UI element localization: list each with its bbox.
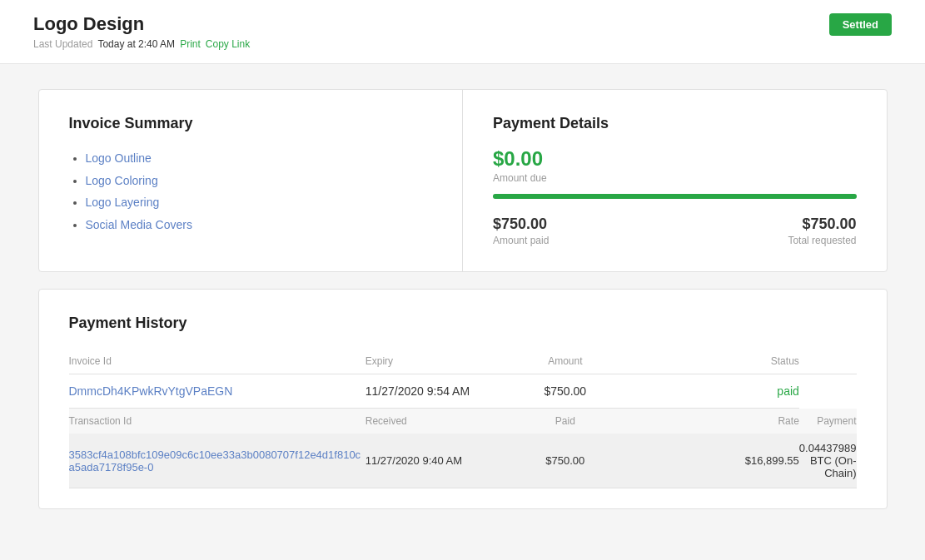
list-item: Logo Layering <box>86 191 433 214</box>
th-amount: Amount <box>510 349 619 374</box>
tx-payment-cell: 0.04437989 BTC (On-Chain) <box>799 434 857 488</box>
amount-due-label: Amount due <box>493 172 857 184</box>
list-item: Logo Coloring <box>86 170 433 192</box>
print-link[interactable]: Print <box>180 38 201 50</box>
th-transaction-id: Transaction Id <box>69 409 366 434</box>
tx-id-link[interactable]: 3583cf4a108bfc109e09c6c10ee33a3b0080707f… <box>69 448 361 473</box>
last-updated-value: Today at 2:40 AM <box>97 38 175 50</box>
th-paid: Paid <box>510 409 619 434</box>
amount-row: $750.00 Amount paid $750.00 Total reques… <box>493 216 857 246</box>
progress-bar-fill <box>493 194 857 199</box>
invoice-data-row: DmmcDh4KPwkRvYtgVPaEGN 11/27/2020 9:54 A… <box>69 374 857 409</box>
item-link-4[interactable]: Social Media Covers <box>86 218 192 231</box>
main-content: Invoice Summary Logo Outline Logo Colori… <box>22 89 904 509</box>
total-requested-label: Total requested <box>788 235 856 246</box>
expiry-cell: 11/27/2020 9:54 AM <box>366 374 511 409</box>
tx-received-cell: 11/27/2020 9:40 AM <box>366 434 511 488</box>
status-badge: Settled <box>829 13 892 36</box>
payment-details-panel: Payment Details $0.00 Amount due $750.00… <box>463 90 887 271</box>
amount-paid-label: Amount paid <box>493 235 549 246</box>
list-item: Logo Outline <box>86 147 433 170</box>
item-link-3[interactable]: Logo Layering <box>86 196 160 209</box>
invoice-summary-panel: Invoice Summary Logo Outline Logo Colori… <box>39 90 464 271</box>
th-invoice-id: Invoice Id <box>69 349 366 374</box>
item-link-1[interactable]: Logo Outline <box>86 151 152 165</box>
last-updated-label: Last Updated <box>33 38 92 50</box>
invoice-items-list: Logo Outline Logo Coloring Logo Layering… <box>69 147 433 235</box>
th-received: Received <box>366 409 511 434</box>
top-panels: Invoice Summary Logo Outline Logo Colori… <box>38 89 888 272</box>
invoice-status-cell: paid <box>619 374 799 409</box>
invoice-summary-title: Invoice Summary <box>69 115 433 132</box>
th-payment: Payment <box>799 409 857 434</box>
total-requested-item: $750.00 Total requested <box>788 216 856 246</box>
payment-history-panel: Payment History Invoice Id Expiry Amount… <box>38 289 888 509</box>
header-left: Logo Design Last Updated Today at 2:40 A… <box>33 13 250 50</box>
th-rate: Rate <box>619 409 799 434</box>
amount-due-value: $0.00 <box>493 147 857 171</box>
tx-paid-cell: $750.00 <box>510 434 619 488</box>
invoice-amount-cell: $750.00 <box>510 374 619 409</box>
th-status: Status <box>619 349 799 374</box>
transaction-header-row: Transaction Id Received Paid Rate Paymen… <box>69 409 857 434</box>
payment-history-table: Invoice Id Expiry Amount Status DmmcDh4K… <box>69 349 857 488</box>
page-header: Logo Design Last Updated Today at 2:40 A… <box>0 0 925 64</box>
list-item: Social Media Covers <box>86 214 433 236</box>
tx-id-cell: 3583cf4a108bfc109e09c6c10ee33a3b0080707f… <box>69 434 366 488</box>
copy-link-link[interactable]: Copy Link <box>206 38 250 50</box>
header-meta: Last Updated Today at 2:40 AM Print Copy… <box>33 38 250 50</box>
invoice-id-cell: DmmcDh4KPwkRvYtgVPaEGN <box>69 374 366 409</box>
total-requested-value: $750.00 <box>788 216 856 233</box>
payment-details-title: Payment Details <box>493 115 857 132</box>
item-link-2[interactable]: Logo Coloring <box>86 174 158 187</box>
page-title: Logo Design <box>33 13 250 35</box>
transaction-data-row: 3583cf4a108bfc109e09c6c10ee33a3b0080707f… <box>69 434 857 488</box>
progress-bar-container <box>493 194 857 199</box>
amount-paid-value: $750.00 <box>493 216 549 233</box>
tx-rate-cell: $16,899.55 <box>619 434 799 488</box>
table-header-row: Invoice Id Expiry Amount Status <box>69 349 857 374</box>
th-expiry: Expiry <box>366 349 511 374</box>
page-footer: Powered by BTCPay Server <box>0 534 925 560</box>
amount-paid-item: $750.00 Amount paid <box>493 216 549 246</box>
payment-history-title: Payment History <box>69 315 857 332</box>
